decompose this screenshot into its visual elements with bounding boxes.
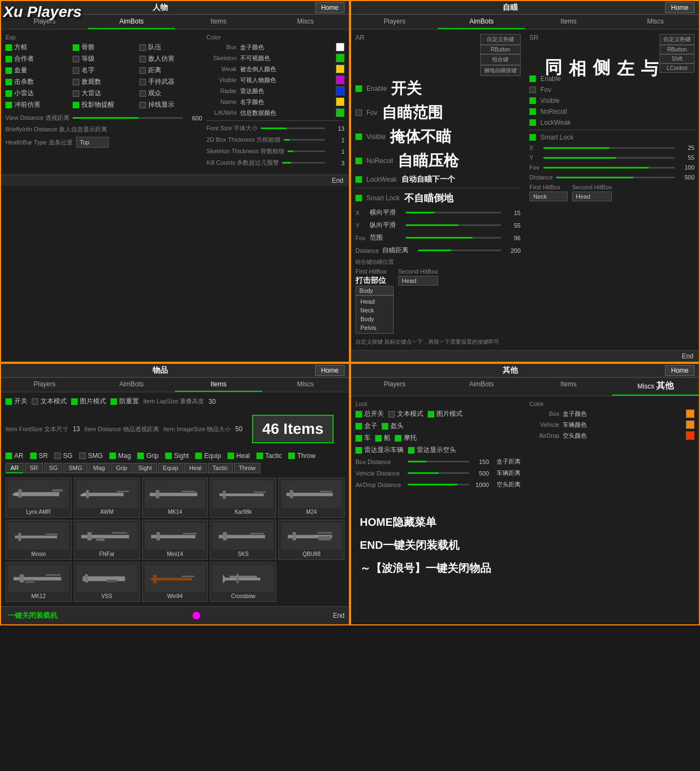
cb-guge[interactable]: 骨骼 — [73, 43, 136, 52]
tab-items-1[interactable]: Items — [175, 15, 262, 29]
cb-equip[interactable]: Equip — [195, 452, 221, 460]
tab-items-4[interactable]: Items — [525, 378, 612, 396]
panel4-home-btn[interactable]: Home — [665, 365, 695, 376]
tab-players-4[interactable]: Players — [351, 378, 438, 396]
sr-y-slider[interactable] — [544, 157, 675, 159]
tab-miscs-1[interactable]: Miscs — [262, 15, 349, 29]
sr-lockweak-cb[interactable] — [529, 119, 536, 126]
filter-ar[interactable]: AR — [5, 463, 24, 473]
cb-tactic[interactable]: Tactic — [256, 452, 282, 460]
ar-fov-slider[interactable] — [406, 237, 501, 239]
cb-diaoxianxianshi[interactable]: 掉线显示 — [139, 100, 202, 109]
loot-box-cb[interactable]: 盒子 — [355, 421, 377, 431]
tab-aimbots-4[interactable]: AimBots — [438, 378, 525, 396]
ar-lockweak-cb[interactable] — [355, 176, 362, 183]
tab-aimbots-1[interactable]: AimBots — [88, 15, 175, 29]
weapon-qbu88[interactable]: QBU88 — [278, 520, 345, 560]
miscs-vehicle-swatch[interactable] — [686, 420, 695, 429]
vehicle-dist-slider[interactable] — [408, 472, 469, 474]
cb-chongqianfangshai[interactable]: 冲前仿害 — [5, 100, 68, 109]
cb-duiwu[interactable]: 队伍 — [139, 43, 202, 52]
filter-sg[interactable]: SG — [44, 463, 63, 473]
ar-norecoil-cb[interactable] — [355, 158, 362, 164]
sr-hotkey-shift[interactable]: Shift — [660, 54, 695, 63]
sr-hotkey-lcontrol[interactable]: LControl — [660, 63, 695, 73]
ar-hotkey-combo[interactable]: 组合键 — [480, 54, 521, 65]
weapon-mosin[interactable]: Mosin — [5, 520, 72, 560]
hitbox-option-body[interactable]: Body — [356, 315, 393, 323]
box-dist-slider[interactable] — [408, 461, 469, 462]
ar-visible-cb[interactable] — [355, 134, 362, 140]
cb-dengji[interactable]: 等级 — [73, 54, 136, 63]
cb-mag[interactable]: Mag — [109, 452, 131, 460]
cb-diguanshu[interactable]: 敌观数 — [73, 77, 136, 86]
weapon-win94[interactable]: Win94 — [142, 562, 208, 602]
cb-sight[interactable]: Sight — [165, 452, 189, 460]
tab-aimbots-2[interactable]: AimBots — [438, 15, 525, 29]
panel2-home-btn[interactable]: Home — [665, 2, 695, 13]
panel3-home-btn[interactable]: Home — [315, 365, 345, 376]
cb-xiaoleida[interactable]: 小雷达 — [5, 89, 68, 98]
cb-mingzi[interactable]: 名字 — [73, 66, 136, 75]
visible-color-swatch[interactable] — [336, 76, 345, 84]
name-color-swatch[interactable] — [336, 97, 345, 106]
panel1-home-btn[interactable]: Home — [315, 2, 345, 13]
filter-sight[interactable]: Sight — [133, 463, 157, 473]
tab-items-3[interactable]: Items — [175, 378, 262, 392]
loot-helmet-cb[interactable]: 盔头 — [382, 421, 404, 431]
font-size-slider[interactable] — [261, 127, 325, 129]
loot-moto-cb[interactable]: 摩托 — [395, 433, 417, 443]
miscs-airdrop-swatch[interactable] — [686, 431, 695, 440]
box-color-swatch[interactable] — [336, 43, 345, 51]
skeleton-thickness-slider[interactable] — [288, 150, 325, 152]
cb-sg[interactable]: SG — [54, 452, 72, 460]
sr-visible-cb[interactable] — [529, 97, 536, 104]
cb-hezuozhe[interactable]: 合作者 — [5, 54, 68, 63]
view-distance-slider[interactable] — [73, 117, 183, 119]
weapon-lynx-amr[interactable]: Lynx AMR — [5, 478, 72, 518]
weapon-fnfal[interactable]: FNFal — [74, 520, 140, 560]
ar-x-slider[interactable] — [406, 212, 501, 213]
cb-jishashu[interactable]: 击杀数 — [5, 77, 68, 86]
cb-heal[interactable]: Heal — [228, 452, 250, 460]
cb-fangkuang[interactable]: 方框 — [5, 43, 68, 52]
weapon-mk14[interactable]: MK14 — [142, 478, 208, 518]
filter-equip[interactable]: Equip — [158, 463, 183, 473]
weapon-mini14[interactable]: Mini14 — [142, 520, 208, 560]
ar-hotkey-side[interactable]: 侧地自瞄按键 — [480, 65, 521, 76]
hitbox-option-head[interactable]: Head — [356, 297, 393, 306]
filter-smg[interactable]: SMG — [63, 463, 87, 473]
tab-miscs-2[interactable]: Miscs — [612, 15, 699, 29]
ar-smartlock-cb[interactable] — [355, 195, 362, 201]
items-enable-cb[interactable]: 开关 — [5, 397, 27, 406]
weapon-m24[interactable]: M24 — [278, 478, 345, 518]
cb-direnfangshai[interactable]: 敌人仿害 — [139, 54, 202, 63]
filter-throw[interactable]: Throw — [234, 463, 261, 473]
sr-smartlock-cb[interactable] — [529, 134, 536, 141]
cb-shouchiwuqi[interactable]: 手持武器 — [139, 77, 202, 86]
filter-sr[interactable]: SR — [25, 463, 43, 473]
lkwh-color-swatch[interactable] — [336, 108, 345, 117]
items-textmode-cb[interactable]: 文本模式 — [32, 397, 67, 406]
ar-fov-cb[interactable] — [355, 109, 362, 116]
cb-grip[interactable]: Grip — [137, 452, 159, 460]
sr-enable-cb[interactable] — [529, 76, 536, 82]
cb-guanzhong[interactable]: 观众 — [139, 89, 202, 98]
sr-fov-cb[interactable] — [529, 86, 536, 93]
weak-color-swatch[interactable] — [336, 65, 345, 73]
tab-players-3[interactable]: Players — [1, 378, 88, 392]
loot-total-cb[interactable]: 总开关 — [355, 409, 384, 419]
ar-second-hitbox-dropdown[interactable]: Head — [398, 276, 438, 286]
healthbar-dropdown[interactable]: Top — [76, 137, 109, 148]
skeleton-color-swatch[interactable] — [336, 54, 345, 62]
radar-vehicle-cb[interactable]: 雷达显示车辆 — [355, 445, 404, 455]
filter-grip[interactable]: Grip — [111, 463, 132, 473]
radar-color-swatch[interactable] — [336, 86, 345, 95]
filter-mag[interactable]: Mag — [89, 463, 110, 473]
loot-image-cb[interactable]: 图片模式 — [428, 409, 463, 419]
weapon-crossbow[interactable]: Crossbow — [210, 562, 276, 602]
kill-counts-slider[interactable] — [282, 162, 325, 164]
items-imagemode-cb[interactable]: 图片模式 — [71, 397, 106, 406]
weapon-sks[interactable]: SKS — [210, 520, 276, 560]
ar-hotkey-rbutton[interactable]: RButton — [480, 45, 521, 54]
